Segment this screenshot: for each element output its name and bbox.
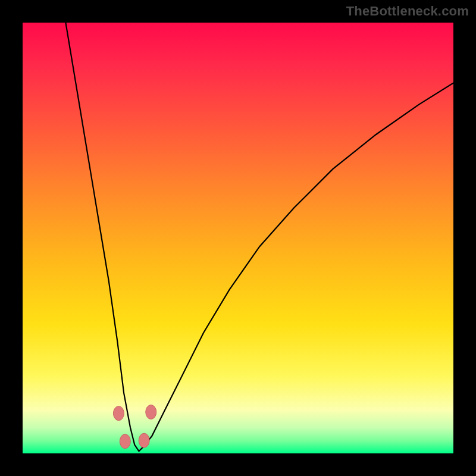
curve-marker [113,406,124,421]
chart-frame: TheBottleneck.com [0,0,476,476]
curve-markers [113,405,156,449]
watermark-text: TheBottleneck.com [346,4,469,19]
bottleneck-curve [65,23,453,451]
curve-marker [120,434,130,449]
curve-marker [146,405,156,419]
chart-svg [23,23,453,453]
curve-marker [139,433,149,447]
plot-area [23,23,453,453]
